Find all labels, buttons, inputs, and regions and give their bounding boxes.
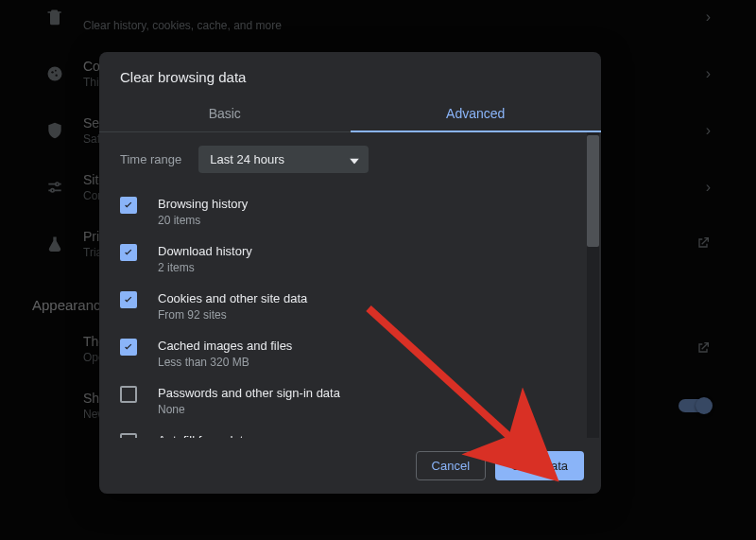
- option-title: Download history: [158, 244, 252, 258]
- option-title: Browsing history: [158, 197, 248, 211]
- option-subtitle: 2 items: [158, 261, 252, 274]
- clear-option-row: Cached images and filesLess than 320 MB: [120, 330, 593, 377]
- checkbox[interactable]: [120, 244, 137, 261]
- time-range-row: Time range Last 24 hours: [120, 146, 593, 173]
- dialog-tabs: Basic Advanced: [99, 96, 601, 132]
- option-subtitle: None: [158, 403, 340, 416]
- time-range-value: Last 24 hours: [210, 152, 284, 166]
- caret-down-icon: [350, 152, 359, 166]
- clear-option-row: Cookies and other site dataFrom 92 sites: [120, 283, 593, 330]
- tab-advanced[interactable]: Advanced: [351, 96, 602, 132]
- dialog-footer: Cancel Clear data: [99, 438, 601, 494]
- checkbox[interactable]: [120, 339, 137, 356]
- option-subtitle: From 92 sites: [158, 308, 307, 322]
- dialog-body: Time range Last 24 hours Browsing histor…: [99, 132, 601, 438]
- clear-option-row: Browsing history20 items: [120, 188, 593, 235]
- option-title: Passwords and other sign-in data: [158, 386, 340, 400]
- cancel-button[interactable]: Cancel: [416, 451, 486, 480]
- clear-option-row: Autofill form data: [120, 425, 593, 438]
- option-title: Cookies and other site data: [158, 291, 307, 305]
- tab-basic[interactable]: Basic: [99, 96, 351, 131]
- option-title: Autofill form data: [158, 433, 250, 438]
- clear-browsing-data-dialog: Clear browsing data Basic Advanced Time …: [99, 52, 601, 494]
- checkbox[interactable]: [120, 433, 137, 438]
- option-title: Cached images and files: [158, 339, 292, 353]
- clear-data-button[interactable]: Clear data: [495, 451, 584, 480]
- time-range-select[interactable]: Last 24 hours: [198, 146, 369, 173]
- time-range-label: Time range: [120, 152, 181, 166]
- checkbox[interactable]: [120, 197, 137, 214]
- option-subtitle: Less than 320 MB: [158, 356, 292, 369]
- clear-option-row: Passwords and other sign-in dataNone: [120, 377, 593, 425]
- checkbox[interactable]: [120, 291, 137, 308]
- checkbox[interactable]: [120, 386, 137, 403]
- clear-option-row: Download history2 items: [120, 235, 593, 283]
- dialog-title: Clear browsing data: [99, 52, 601, 96]
- scrollbar-thumb[interactable]: [587, 135, 599, 247]
- option-subtitle: 20 items: [158, 214, 248, 227]
